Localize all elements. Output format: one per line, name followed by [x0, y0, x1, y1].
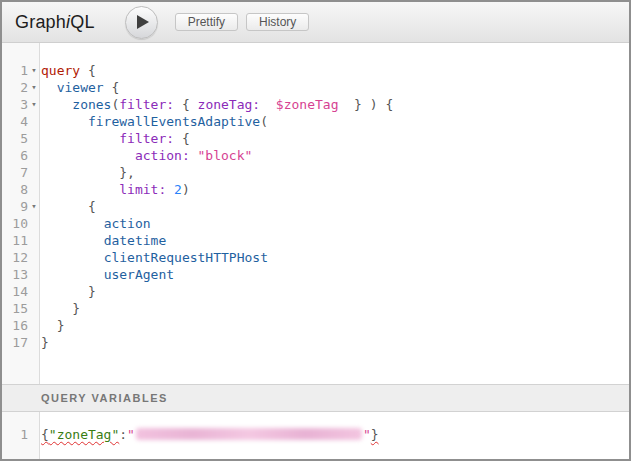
code-text: userAgent	[40, 266, 174, 283]
code-text: action	[40, 215, 151, 232]
token: :	[119, 427, 127, 442]
line-number: 1	[2, 62, 28, 79]
token: userAgent	[104, 267, 174, 282]
fold-gutter	[28, 283, 40, 300]
token: zones	[72, 97, 111, 112]
play-icon	[137, 15, 149, 29]
fold-gutter	[28, 215, 40, 232]
line-number: 12	[2, 249, 28, 266]
line-number: 4	[2, 113, 28, 130]
graphiql-logo: GraphiQL	[15, 12, 95, 33]
history-button[interactable]: History	[246, 13, 309, 31]
token: 2	[174, 182, 182, 197]
fold-gutter	[28, 266, 40, 283]
fold-arrow-icon[interactable]: ▾	[28, 79, 40, 96]
fold-gutter	[28, 426, 40, 443]
logo-text: Graph	[15, 12, 66, 32]
code-text: action: "block"	[40, 147, 252, 164]
code-line: 5 filter: {	[2, 130, 629, 147]
fold-arrow-icon[interactable]: ▾	[28, 198, 40, 215]
line-number: 14	[2, 283, 28, 300]
query-variables-title: QUERY VARIABLES	[41, 392, 168, 404]
line-number: 5	[2, 130, 28, 147]
code-line: 3▾ zones(filter: { zoneTag: $zoneTag } )…	[2, 96, 629, 113]
fold-gutter	[28, 334, 40, 351]
variables-editor[interactable]: 1{"zoneTag":""}	[2, 412, 629, 460]
code-text: }	[40, 317, 64, 334]
token	[41, 199, 88, 214]
line-number: 6	[2, 147, 28, 164]
token: }	[371, 427, 379, 442]
token: firewallEventsAdaptive	[88, 114, 260, 129]
code-line: 4 firewallEventsAdaptive(	[2, 113, 629, 130]
token: {	[41, 427, 49, 442]
token	[41, 182, 119, 197]
line-number: 1	[2, 426, 28, 443]
token: {	[174, 97, 197, 112]
line-number: 11	[2, 232, 28, 249]
fold-gutter	[28, 113, 40, 130]
token: {	[104, 80, 120, 95]
fold-gutter	[28, 317, 40, 334]
code-text: limit: 2)	[40, 181, 190, 198]
token: query	[41, 63, 80, 78]
prettify-button[interactable]: Prettify	[175, 13, 238, 31]
line-number: 10	[2, 215, 28, 232]
code-line: 6 action: "block"	[2, 147, 629, 164]
token: filter:	[119, 131, 174, 146]
token: limit:	[119, 182, 166, 197]
fold-gutter	[28, 232, 40, 249]
code-text: filter: {	[40, 130, 190, 147]
toolbar: GraphiQL Prettify History	[2, 2, 629, 43]
token: "block"	[198, 148, 253, 163]
code-line: 17}	[2, 334, 629, 351]
code-line: 11 datetime	[2, 232, 629, 249]
fold-gutter	[28, 300, 40, 317]
fold-arrow-icon[interactable]: ▾	[28, 96, 40, 113]
line-number: 17	[2, 334, 28, 351]
fold-arrow-icon[interactable]: ▾	[28, 62, 40, 79]
line-number: 15	[2, 300, 28, 317]
code-text: {"zoneTag":""}	[40, 426, 379, 443]
line-number: 2	[2, 79, 28, 96]
token: datetime	[104, 233, 167, 248]
token: "	[127, 427, 135, 442]
line-number: 7	[2, 164, 28, 181]
code-text: query {	[40, 62, 96, 79]
code-text: firewallEventsAdaptive(	[40, 113, 268, 130]
code-text: }	[40, 300, 80, 317]
line-number: 3	[2, 96, 28, 113]
code-text: }	[40, 334, 49, 351]
execute-query-button[interactable]	[125, 6, 158, 39]
token	[41, 97, 72, 112]
token: action	[104, 216, 151, 231]
code-line: 9▾ {	[2, 198, 629, 215]
code-line: 12 clientRequestHTTPHost	[2, 249, 629, 266]
token: action:	[135, 148, 190, 163]
token	[41, 284, 88, 299]
line-number: 16	[2, 317, 28, 334]
token	[41, 233, 104, 248]
fold-gutter	[28, 181, 40, 198]
token: }	[72, 301, 80, 316]
query-variables-header[interactable]: QUERY VARIABLES	[2, 384, 629, 412]
fold-gutter	[28, 164, 40, 181]
token: viewer	[57, 80, 104, 95]
token: zoneTag:	[198, 97, 261, 112]
fold-gutter	[28, 147, 40, 164]
token: },	[119, 165, 135, 180]
token: clientRequestHTTPHost	[104, 250, 268, 265]
code-text: zones(filter: { zoneTag: $zoneTag } ) {	[40, 96, 393, 113]
token: {	[88, 199, 96, 214]
query-editor[interactable]: 1▾query {2▾ viewer {3▾ zones(filter: { z…	[2, 43, 629, 384]
token	[260, 97, 276, 112]
graphiql-window: GraphiQL Prettify History 1▾query {2▾ vi…	[0, 0, 631, 461]
code-line: 1▾query {	[2, 62, 629, 79]
token: }	[88, 284, 96, 299]
line-number: 8	[2, 181, 28, 198]
token: filter:	[119, 97, 174, 112]
code-text: clientRequestHTTPHost	[40, 249, 268, 266]
token: )	[182, 182, 190, 197]
line-number: 13	[2, 266, 28, 283]
token: "	[363, 427, 371, 442]
